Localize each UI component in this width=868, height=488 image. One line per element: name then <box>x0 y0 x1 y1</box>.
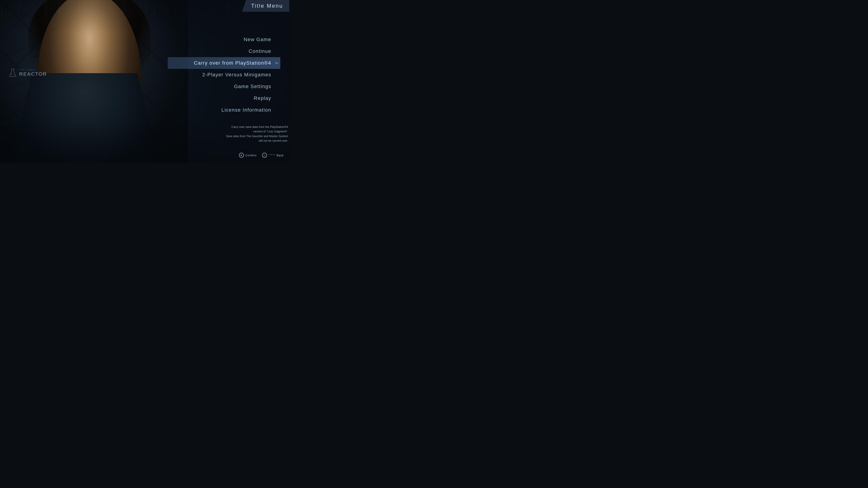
character-jacket <box>9 73 160 163</box>
main-menu: New GameContinueCarry over from PlayStat… <box>168 34 289 116</box>
menu-item-replay-label: Replay <box>254 95 271 101</box>
title-menu-label: Title Menu <box>251 3 283 9</box>
description-box: Carry over save data from the PlayStatio… <box>225 125 288 143</box>
menu-item-continue[interactable]: Continue <box>168 45 280 57</box>
menu-item-carry-over[interactable]: Carry over from PlayStation®4 <box>168 57 280 69</box>
menu-item-new-game[interactable]: New Game <box>168 34 280 45</box>
back-control: ©SEGA Back <box>262 153 284 158</box>
description-text: Carry over save data from the PlayStatio… <box>225 125 288 143</box>
logo-text: THE MAKO REACTOR <box>19 69 47 77</box>
menu-item-carry-over-label: Carry over from PlayStation®4 <box>194 60 271 66</box>
menu-item-new-game-label: New Game <box>244 37 271 42</box>
menu-item-license-label: License Information <box>221 107 272 113</box>
confirm-control: Confirm <box>239 153 256 158</box>
svg-point-1 <box>13 74 13 75</box>
title-menu-header: Title Menu <box>242 0 289 12</box>
svg-point-0 <box>11 74 12 75</box>
logo: THE MAKO REACTOR <box>8 68 47 77</box>
copyright-mark: ©SEGA <box>269 154 276 156</box>
character-area <box>0 0 188 163</box>
menu-item-license[interactable]: License Information <box>168 104 280 116</box>
confirm-label-text: Confirm <box>246 154 256 157</box>
svg-point-2 <box>14 74 14 74</box>
menu-item-game-settings[interactable]: Game Settings <box>168 80 280 92</box>
circle-button-icon[interactable] <box>262 153 267 158</box>
menu-item-game-settings-label: Game Settings <box>234 84 271 89</box>
back-label: ©SEGA Back <box>269 154 284 157</box>
logo-flask-icon <box>8 68 17 77</box>
right-panel: Title Menu New GameContinueCarry over fr… <box>168 0 289 163</box>
menu-item-2player-label: 2-Player Versus Minigames <box>202 72 271 77</box>
menu-item-continue-label: Continue <box>249 48 271 54</box>
menu-item-replay[interactable]: Replay <box>168 92 280 104</box>
cross-button-icon[interactable] <box>239 153 244 158</box>
menu-item-2player[interactable]: 2-Player Versus Minigames <box>168 69 280 80</box>
bottom-controls: Confirm ©SEGA Back <box>239 153 284 158</box>
